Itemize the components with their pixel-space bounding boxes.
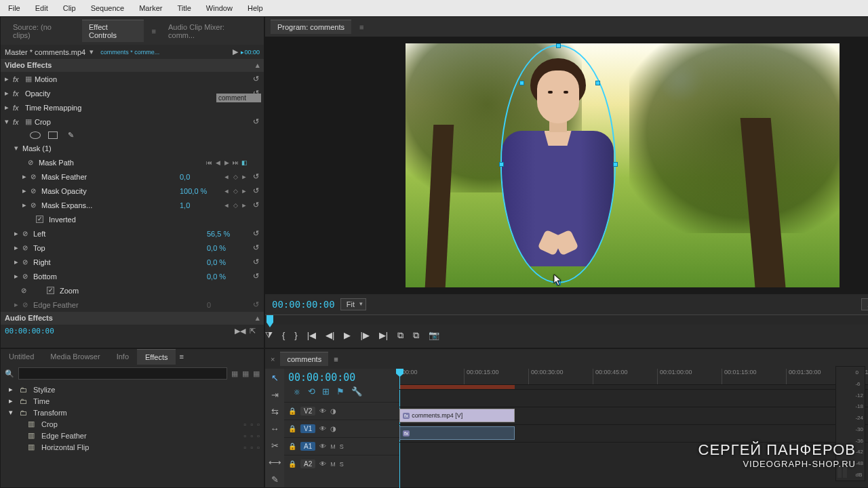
tab-source[interactable]: Source: (no clips) <box>6 20 77 42</box>
tab-audio-mixer[interactable]: Audio Clip Mixer: comm... <box>161 20 258 42</box>
ec-export-icon[interactable]: ⇱ <box>250 327 256 336</box>
program-tab[interactable]: Program: comments <box>271 20 351 34</box>
menu-title[interactable]: Title <box>172 3 196 14</box>
ec-play-icon[interactable]: ▶ <box>233 47 238 56</box>
menu-help[interactable]: Help <box>242 3 269 14</box>
lift-icon[interactable]: ⧉ <box>397 330 403 342</box>
out-point-icon[interactable]: } <box>294 330 297 342</box>
menu-sequence[interactable]: Sequence <box>85 3 130 14</box>
crop-mask-1[interactable]: ▾Mask (1) <box>1 141 264 155</box>
panel-menu-icon[interactable]: ≡ <box>152 27 156 35</box>
tab-untitled[interactable]: Untitled <box>1 349 42 365</box>
program-ruler[interactable] <box>265 314 868 325</box>
mask-handle[interactable] <box>556 43 561 48</box>
play-icon[interactable]: ▶ <box>344 330 351 342</box>
program-timecode-left[interactable]: 00:00:00:00 <box>272 299 335 310</box>
menu-edit[interactable]: Edit <box>30 3 54 14</box>
mark-in-icon[interactable]: ⧩ <box>265 330 273 342</box>
track-lane-v2[interactable] <box>399 389 868 407</box>
preset-horizontal-flip[interactable]: ▥Horizontal Flip▫▫▫ <box>1 441 264 453</box>
track-header-v1[interactable]: 🔒V1👁◑ <box>284 420 399 437</box>
mask-rect-tool[interactable] <box>47 130 59 140</box>
program-panel-menu-icon[interactable]: ≡ <box>359 23 363 31</box>
rate-tool-icon[interactable]: ↔ <box>271 424 279 434</box>
mask-handle[interactable] <box>499 162 504 167</box>
in-point-icon[interactable]: { <box>282 330 285 342</box>
crop-mask-inverted[interactable]: ✓Inverted <box>1 212 264 226</box>
track-header-a1[interactable]: 🔒A1👁MS <box>284 437 399 455</box>
go-to-out-icon[interactable]: ▶| <box>379 330 388 342</box>
crop-zoom[interactable]: ⊘✓Zoom <box>1 283 264 298</box>
effects-search-input[interactable] <box>18 367 227 380</box>
step-back-icon[interactable]: ◀| <box>326 330 334 342</box>
ec-dropdown-icon[interactable]: ▾ <box>90 47 94 56</box>
crop-mask-path[interactable]: ⊘Mask Path ⏮◀▶⏭◧ <box>1 155 264 169</box>
menu-file[interactable]: File <box>3 3 26 14</box>
ec-clip-path[interactable]: comments * comme... <box>98 48 162 56</box>
mask-ellipse-tool[interactable] <box>29 130 41 140</box>
selection-tool-icon[interactable]: ↖ <box>271 373 279 383</box>
crop-mask-opacity[interactable]: ▸⊘Mask Opacity100,0 %◄◇►↺ <box>1 184 264 198</box>
menu-marker[interactable]: Marker <box>134 3 167 14</box>
effects-panel-menu-icon[interactable]: ≡ <box>176 349 186 365</box>
crop-top[interactable]: ▸⊘Top0,0 %↺ <box>1 241 264 255</box>
effect-crop[interactable]: ▾fx▦Crop↺ <box>1 115 264 129</box>
clip-video-comments[interactable]: fxcomments.mp4 [V] <box>399 409 515 422</box>
tab-media-browser[interactable]: Media Browser <box>42 349 108 365</box>
razor-tool-icon[interactable]: ✂ <box>271 441 279 451</box>
export-frame-icon[interactable]: 📷 <box>429 330 439 342</box>
ec-loop-icon[interactable]: ▶◀ <box>235 327 245 336</box>
video-effects-header[interactable]: Video Effects▴ <box>1 59 264 72</box>
crop-mask-expansion[interactable]: ▸⊘Mask Expans...1,0◄◇►↺ <box>1 198 264 212</box>
snap-icon[interactable]: ⨳ <box>292 386 301 396</box>
slip-tool-icon[interactable]: ⟷ <box>269 458 281 468</box>
insert-icon[interactable]: ⊞ <box>322 386 330 396</box>
timeline-panel-menu-icon[interactable]: ≡ <box>334 355 338 363</box>
effect-time-remapping[interactable]: ▸fxTime Remapping <box>1 100 264 115</box>
folder-time[interactable]: ▸🗀Time <box>1 395 264 407</box>
mask-handle[interactable] <box>613 162 618 167</box>
timeline-ruler[interactable]: 00:0000:00:15:0000:00:30:0000:00:45:0000… <box>399 369 868 385</box>
fx-badge-icon-2[interactable]: ▦ <box>242 369 249 378</box>
preset-edge-feather[interactable]: ▥Edge Feather▫▫▫ <box>1 430 264 441</box>
timeline-timecode[interactable]: 00:00:00:00 <box>288 371 395 384</box>
track-lane-v1[interactable]: fxcomments.mp4 [V] <box>399 407 868 424</box>
audio-effects-header[interactable]: Audio Effects▴ <box>1 312 264 325</box>
effect-motion[interactable]: ▸fx▦Motion↺ <box>1 72 264 86</box>
timeline-sequence-tab[interactable]: comments <box>280 352 328 366</box>
tab-info[interactable]: Info <box>108 349 137 365</box>
ripple-tool-icon[interactable]: ⇆ <box>271 407 279 417</box>
tab-effects[interactable]: Effects <box>137 349 176 365</box>
menu-window[interactable]: Window <box>201 3 238 14</box>
track-header-v2[interactable]: 🔒V2👁◑ <box>284 402 399 420</box>
crop-edge-feather[interactable]: ▸⊘Edge Feather0↺ <box>1 298 264 312</box>
fx-badge-icon-3[interactable]: ▦ <box>253 369 260 378</box>
crop-bottom[interactable]: ▸⊘Bottom0,0 %↺ <box>1 269 264 283</box>
linked-selection-icon[interactable]: ⟲ <box>308 386 315 396</box>
fx-badge-icon-1[interactable]: ▦ <box>231 369 238 378</box>
folder-stylize[interactable]: ▸🗀Stylize <box>1 384 264 395</box>
pen-tool-icon[interactable]: ✎ <box>271 474 279 485</box>
mask-path-transport[interactable]: ⏮◀▶⏭◧ <box>205 159 248 166</box>
mask-tangent-handle[interactable] <box>519 81 524 85</box>
crop-mask-feather[interactable]: ▸⊘Mask Feather0,0◄◇►↺ <box>1 169 264 184</box>
clip-audio-a1[interactable]: fx <box>399 426 515 440</box>
mask-handle[interactable] <box>556 281 561 285</box>
track-select-tool-icon[interactable]: ⇥ <box>271 390 279 400</box>
go-to-in-icon[interactable]: |◀ <box>307 330 316 342</box>
track-lane-a1[interactable]: fx <box>399 424 868 442</box>
folder-transform[interactable]: ▾🗀Transform <box>1 407 264 418</box>
program-zoom-fit[interactable]: Fit <box>340 298 366 310</box>
mask-tangent-handle[interactable] <box>595 81 600 85</box>
menu-clip[interactable]: Clip <box>58 3 81 14</box>
tab-effect-controls[interactable]: Effect Controls <box>82 20 144 42</box>
crop-left[interactable]: ▸⊘Left56,5 %↺ <box>1 226 264 241</box>
timeline-close-icon[interactable]: × <box>271 355 275 363</box>
step-forward-icon[interactable]: |▶ <box>360 330 369 342</box>
crop-right[interactable]: ▸⊘Right0,0 %↺ <box>1 255 264 269</box>
program-resolution[interactable]: 1/2 <box>861 298 868 310</box>
extract-icon[interactable]: ⧉ <box>413 330 419 342</box>
preset-crop[interactable]: ▥Crop▫▫▫ <box>1 418 264 430</box>
settings-wrench-icon[interactable]: 🔧 <box>351 386 362 396</box>
program-preview[interactable] <box>265 37 868 294</box>
